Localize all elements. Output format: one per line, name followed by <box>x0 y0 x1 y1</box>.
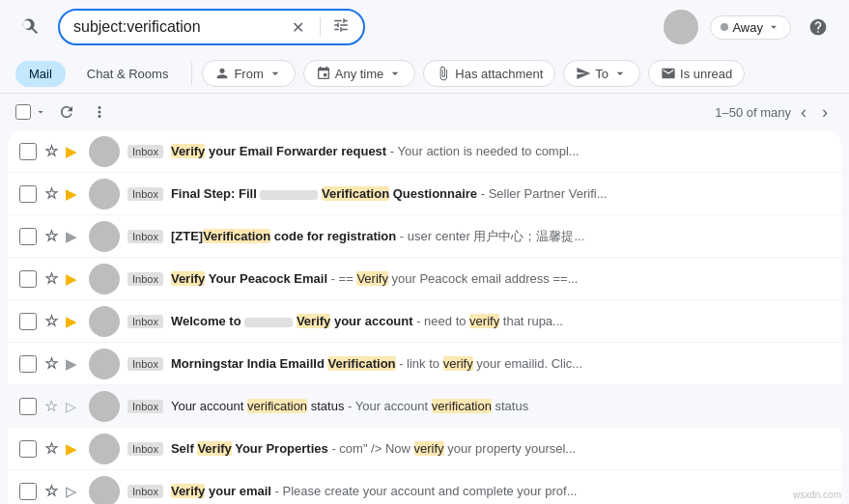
toolbar: 1–50 of many ‹ › <box>0 94 849 130</box>
email-subject: Verify your Email Forwarder request - Yo… <box>171 144 830 158</box>
more-options-button[interactable] <box>85 98 114 126</box>
tab-chat-rooms[interactable]: Chat & Rooms <box>73 61 183 87</box>
table-row[interactable]: ☆ ▶ Inbox Verify your Email Forwarder re… <box>8 130 841 173</box>
filter-from-label: From <box>234 67 263 81</box>
important-icon: ▶ <box>66 356 81 372</box>
inbox-badge: Inbox <box>127 400 163 413</box>
filter-divider-1 <box>191 62 192 85</box>
avatar <box>89 391 120 422</box>
star-icon[interactable]: ☆ <box>44 397 58 415</box>
star-icon[interactable]: ☆ <box>44 482 58 500</box>
inbox-badge: Inbox <box>127 272 163 286</box>
important-icon: ▶ <box>66 271 81 287</box>
table-row[interactable]: ☆ ▷ Inbox Your account verification stat… <box>8 385 841 428</box>
row-checkbox[interactable] <box>19 398 37 415</box>
filter-has-attachment[interactable]: Has attachment <box>423 60 555 87</box>
prev-page-button[interactable]: ‹ <box>795 98 812 126</box>
inbox-badge: Inbox <box>127 357 163 371</box>
star-icon[interactable]: ☆ <box>44 312 58 330</box>
important-icon: ▷ <box>66 399 81 414</box>
table-row[interactable]: ☆ ▶ Inbox Self Verify Your Properties - … <box>8 428 841 470</box>
select-dropdown-button[interactable] <box>33 104 48 120</box>
next-page-button[interactable]: › <box>816 98 834 126</box>
filter-is-unread-label: Is unread <box>680 67 732 81</box>
toolbar-right: 1–50 of many ‹ › <box>715 98 834 126</box>
search-box: ✕ <box>58 9 365 45</box>
star-icon[interactable]: ☆ <box>44 354 58 373</box>
status-dot <box>721 23 728 31</box>
avatar <box>89 306 120 337</box>
star-icon[interactable]: ☆ <box>44 269 58 288</box>
row-checkbox[interactable] <box>19 228 37 245</box>
filter-any-time-label: Any time <box>335 67 384 81</box>
table-row[interactable]: ☆ ▶ Inbox Final Step: Fill Verification … <box>8 173 841 215</box>
email-subject: Verify Your Peacock Email - == Verify yo… <box>171 271 830 286</box>
star-icon[interactable]: ☆ <box>44 142 58 160</box>
row-checkbox[interactable] <box>19 483 37 500</box>
row-checkbox[interactable] <box>19 355 37 373</box>
filter-bar: Mail Chat & Rooms From Any time Has atta… <box>0 54 849 94</box>
tab-mail[interactable]: Mail <box>15 61 66 87</box>
help-button[interactable] <box>803 12 834 42</box>
pagination-info: 1–50 of many <box>715 105 791 120</box>
important-icon: ▶ <box>66 186 81 202</box>
inbox-badge: Inbox <box>127 187 163 201</box>
table-row[interactable]: ☆ ▶ Inbox Welcome to Verify your account… <box>8 300 841 343</box>
filter-has-attachment-label: Has attachment <box>455 67 543 81</box>
top-bar: ✕ Away <box>0 0 849 54</box>
avatar <box>89 434 120 464</box>
table-row[interactable]: ☆ ▶ Inbox Morningstar India EmailId Veri… <box>8 343 841 385</box>
star-icon[interactable]: ☆ <box>44 184 58 203</box>
avatar <box>89 221 120 252</box>
watermark: wsxdn.com <box>793 490 841 500</box>
filter-any-time[interactable]: Any time <box>303 60 416 87</box>
email-subject: Your account verification status - Your … <box>171 399 830 413</box>
email-subject: [ZTE]Verification code for registration … <box>171 228 830 245</box>
star-icon[interactable]: ☆ <box>44 227 58 245</box>
filter-to[interactable]: To <box>563 60 640 87</box>
toolbar-left <box>15 98 114 126</box>
row-checkbox[interactable] <box>19 185 37 203</box>
avatar <box>89 136 120 167</box>
select-all-checkbox[interactable] <box>15 104 31 120</box>
inbox-badge: Inbox <box>127 230 163 243</box>
search-clear-button[interactable]: ✕ <box>288 18 308 37</box>
email-list: ☆ ▶ Inbox Verify your Email Forwarder re… <box>8 130 841 504</box>
inbox-badge: Inbox <box>127 485 163 498</box>
important-icon: ▶ <box>66 144 81 159</box>
email-subject: Final Step: Fill Verification Questionna… <box>171 186 830 201</box>
row-checkbox[interactable] <box>19 313 37 330</box>
avatar <box>664 10 698 44</box>
email-subject: Verify your email - Please create your a… <box>171 484 830 498</box>
status-button[interactable]: Away <box>710 15 791 40</box>
inbox-badge: Inbox <box>127 145 163 158</box>
search-options-button[interactable] <box>332 16 350 38</box>
filter-to-label: To <box>595 67 608 81</box>
important-icon: ▶ <box>66 441 81 457</box>
table-row[interactable]: ☆ ▶ Inbox Verify Your Peacock Email - ==… <box>8 258 841 300</box>
select-all-wrap <box>15 104 48 120</box>
filter-is-unread[interactable]: Is unread <box>648 60 745 87</box>
important-icon: ▶ <box>66 229 81 244</box>
star-icon[interactable]: ☆ <box>44 439 58 458</box>
row-checkbox[interactable] <box>19 440 37 458</box>
filter-from[interactable]: From <box>202 60 295 87</box>
table-row[interactable]: ☆ ▷ Inbox Verify your email - Please cre… <box>8 470 841 504</box>
table-row[interactable]: ☆ ▶ Inbox [ZTE]Verification code for reg… <box>8 215 841 258</box>
search-input[interactable] <box>73 18 280 36</box>
inbox-badge: Inbox <box>127 315 163 328</box>
email-subject: Morningstar India EmailId Verification -… <box>171 356 830 371</box>
row-checkbox[interactable] <box>19 143 37 160</box>
status-label: Away <box>732 20 763 35</box>
avatar <box>89 179 120 210</box>
avatar <box>89 476 120 505</box>
important-icon: ▶ <box>66 314 81 329</box>
important-icon: ▷ <box>66 484 81 499</box>
email-subject: Welcome to Verify your account - need to… <box>171 314 830 328</box>
refresh-button[interactable] <box>52 98 81 126</box>
email-subject: Self Verify Your Properties - com" /> No… <box>171 441 830 456</box>
search-icon-button[interactable] <box>15 12 46 42</box>
row-checkbox[interactable] <box>19 270 37 288</box>
avatar <box>89 349 120 379</box>
avatar <box>89 264 120 294</box>
